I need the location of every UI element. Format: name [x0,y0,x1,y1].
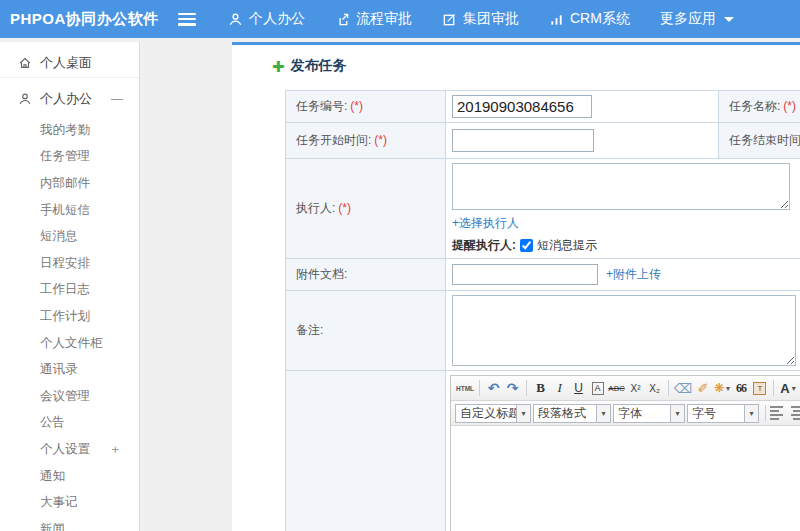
paragraph-format-dropdown[interactable]: 段落格式▾ [533,404,611,423]
row-description: 任务描述:(*) HTML ↶ ↷ B I U A [286,371,800,531]
editor-toolbar-row1: HTML ↶ ↷ B I U A ABC X² X₂ [451,376,800,401]
font-color-button[interactable]: A▾ [778,378,797,398]
nav-label: CRM系统 [570,10,630,28]
format-brush-button[interactable]: ✐ [693,378,712,398]
topbar: PHPOA协同办公软件 个人办公 流程审批 集团审批 CRM系统 更多应用 [0,0,800,38]
sms-remind-checkbox[interactable] [520,239,533,252]
home-icon [18,56,32,70]
sidebar-item-announcement[interactable]: 公告 [0,410,139,437]
superscript-button[interactable]: X² [626,378,645,398]
row-executor: 执行人:(*) +选择执行人 提醒执行人: 短消息提示 [286,159,800,259]
user-icon [228,12,243,27]
hamburger-menu-icon[interactable] [178,13,196,26]
crm-chart-icon [549,12,564,27]
undo-button[interactable]: ↶ [484,378,503,398]
nav-label: 个人办公 [249,10,305,28]
caret-down-icon: ▾ [726,384,730,393]
sidebar-item-file-cabinet[interactable]: 个人文件柜 [0,330,139,357]
toolbar-separator [479,380,480,396]
caret-down-icon: ▾ [670,405,684,422]
sidebar-item-personal-settings[interactable]: 个人设置+ [0,436,139,463]
page-title-text: 发布任务 [291,57,347,75]
sidebar-item-meeting[interactable]: 会议管理 [0,383,139,410]
underline-button[interactable]: U [569,378,588,398]
required-mark: (*) [350,99,363,113]
end-time-label: 任务结束时间: [729,133,800,147]
auto-typeset-button[interactable]: ❋▾ [712,378,731,398]
nav-more-apps[interactable]: 更多应用 [660,10,734,28]
subscript-button[interactable]: X₂ [645,378,664,398]
executor-label: 执行人: [296,201,335,215]
sidebar-item-notice[interactable]: 通知 [0,463,139,490]
font-size-dropdown[interactable]: 字号▾ [687,404,759,423]
nav-process-approval[interactable]: 流程审批 [335,10,412,28]
sidebar-item-schedule[interactable]: 日程安排 [0,250,139,277]
custom-title-dropdown[interactable]: 自定义标题▾ [455,404,531,423]
app-logo: PHPOA协同办公软件 [0,10,178,29]
caret-down-icon: ▾ [744,405,758,422]
italic-button[interactable]: I [550,378,569,398]
row-task-time: 任务开始时间:(*) 任务结束时间:(*) [286,123,800,159]
nav-group-approval[interactable]: 集团审批 [442,10,519,28]
sidebar-submenu: 我的考勤 任务管理 内部邮件 手机短信 短消息 日程安排 工作日志 工作计划 个… [0,114,139,531]
attachment-label: 附件文档: [296,267,347,281]
remark-label: 备注: [296,323,323,337]
sidebar-item-attendance[interactable]: 我的考勤 [0,117,139,144]
nav-personal-office[interactable]: 个人办公 [228,10,305,28]
start-time-input[interactable] [452,129,594,152]
start-time-label: 任务开始时间: [296,133,371,147]
expand-plus-icon[interactable]: + [111,442,119,457]
sidebar-item-sms[interactable]: 手机短信 [0,197,139,224]
main-content: ✚ 发布任务 任务编号:(*) 任务名称:(*) 任务开始时间:(*) 任务结束… [232,42,800,531]
char-border-button[interactable]: A [588,378,607,398]
redo-button[interactable]: ↷ [503,378,522,398]
sidebar-item-work-plan[interactable]: 工作计划 [0,303,139,330]
group-approval-icon [442,12,457,27]
sidebar-item-task-management[interactable]: 任务管理 [0,144,139,171]
nav-label: 更多应用 [660,10,716,28]
align-left-button[interactable] [770,404,786,422]
sidebar-item-work-log[interactable]: 工作日志 [0,277,139,304]
collapse-minus-icon[interactable]: — [111,92,123,106]
add-plus-icon: ✚ [272,59,285,74]
paste-text-button[interactable]: T [750,378,769,398]
editor-content-area[interactable] [451,426,800,531]
attachment-upload-link[interactable]: +附件上传 [606,266,661,283]
sidebar-item-internal-mail[interactable]: 内部邮件 [0,170,139,197]
task-form-table: 任务编号:(*) 任务名称:(*) 任务开始时间:(*) 任务结束时间:(*) … [285,90,800,531]
font-family-dropdown[interactable]: 字体▾ [613,404,685,423]
sidebar-item-news[interactable]: 新闻 [0,516,139,531]
sidebar-item-desktop[interactable]: 个人桌面 [0,48,139,78]
remark-textarea[interactable] [452,295,796,366]
html-source-button[interactable]: HTML [455,378,475,398]
blockquote-button[interactable]: 66 [731,378,750,398]
required-mark: (*) [783,99,796,113]
executor-textarea[interactable] [452,163,790,210]
nav-crm[interactable]: CRM系统 [549,10,630,28]
sidebar-item-contacts[interactable]: 通讯录 [0,356,139,383]
row-remark: 备注: [286,291,800,371]
bold-button[interactable]: B [531,378,550,398]
format-eraser-button[interactable]: ⌫ [673,378,693,398]
toolbar-separator [773,380,774,396]
attachment-input[interactable] [452,264,598,285]
choose-executor-link[interactable]: +选择执行人 [452,216,519,230]
sidebar-section-personal-office[interactable]: 个人办公 — [0,84,139,114]
row-attachment: 附件文档: +附件上传 [286,259,800,291]
strikethrough-button[interactable]: ABC [607,378,626,398]
nav-label: 流程审批 [356,10,412,28]
page-body: 个人桌面 个人办公 — 我的考勤 任务管理 内部邮件 手机短信 短消息 日程安排… [0,38,800,531]
nav-label: 集团审批 [463,10,519,28]
task-number-label: 任务编号: [296,99,347,113]
process-approval-icon [335,12,350,27]
toolbar-separator [765,405,766,421]
task-number-input[interactable] [452,95,592,118]
sidebar-item-memorabilia[interactable]: 大事记 [0,489,139,516]
align-center-button[interactable] [789,404,800,422]
page-title: ✚ 发布任务 [272,57,800,75]
sidebar-section-label: 个人办公 [40,90,92,108]
caret-down-icon: ▾ [792,384,796,393]
caret-down-icon [724,17,734,22]
sidebar-item-short-message[interactable]: 短消息 [0,223,139,250]
required-mark: (*) [374,133,387,147]
